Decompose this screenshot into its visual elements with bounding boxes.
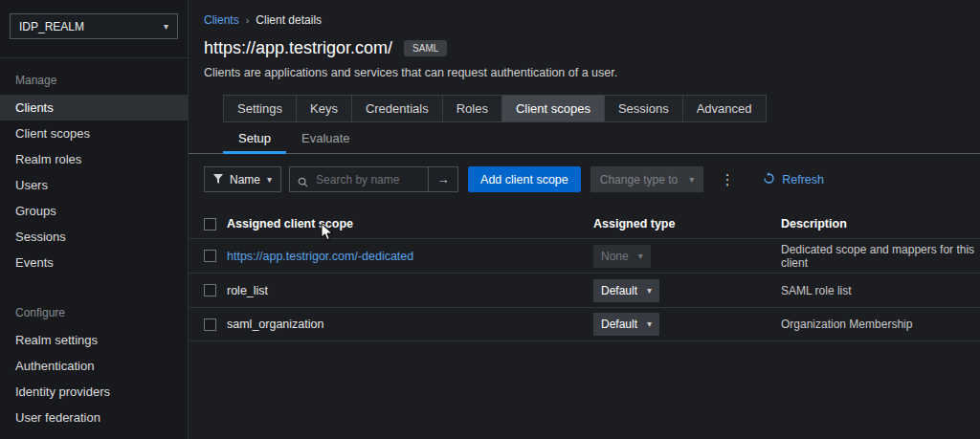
sidebar-item-realm-roles[interactable]: Realm roles (0, 146, 188, 172)
tab-roles[interactable]: Roles (443, 95, 502, 122)
sidebar-item-realm-settings[interactable]: Realm settings (0, 327, 188, 353)
table-row: https://app.testrigor.com/-dedicated Non… (189, 238, 980, 273)
refresh-label: Refresh (782, 173, 824, 187)
sidebar-item-identity-providers[interactable]: Identity providers (0, 379, 188, 405)
scope-name-saml-organization: saml_organization (227, 318, 593, 331)
protocol-badge: SAML (404, 40, 447, 56)
change-type-dropdown[interactable]: Change type to ▾ (590, 166, 703, 192)
scope-link-dedicated[interactable]: https://app.testrigor.com/-dedicated (227, 250, 413, 263)
sidebar: IDP_REALM ▾ Manage Clients Client scopes… (0, 0, 189, 439)
search-submit-button[interactable]: → (429, 166, 458, 192)
search-group: → (289, 166, 458, 192)
keycloak-admin-console: IDP_REALM ▾ Manage Clients Client scopes… (0, 0, 980, 439)
client-scopes-subtabs: Setup Evaluate (189, 122, 980, 154)
column-header-assigned-client-scope: Assigned client scope (227, 217, 593, 230)
scope-description: Organization Membership (781, 318, 980, 331)
chevron-down-icon: ▾ (164, 22, 168, 32)
assigned-type-value: Default (601, 284, 637, 297)
sidebar-item-clients[interactable]: Clients (0, 95, 188, 121)
chevron-down-icon: ▾ (647, 286, 652, 296)
client-scopes-table: Assigned client scope Assigned type Desc… (189, 209, 980, 341)
sidebar-item-client-scopes[interactable]: Client scopes (0, 121, 188, 146)
sidebar-item-sessions[interactable]: Sessions (0, 224, 188, 250)
select-all-checkbox[interactable] (204, 218, 216, 230)
filter-funnel-icon (213, 173, 223, 187)
page-title: https://app.testrigor.com/ (204, 38, 392, 58)
nav-section-configure: Configure (0, 275, 188, 327)
client-detail-tabs: Settings Keys Credentials Roles Client s… (223, 95, 767, 122)
arrow-right-icon: → (437, 172, 450, 187)
search-box (289, 166, 429, 192)
row-checkbox[interactable] (204, 284, 216, 296)
kebab-menu-icon[interactable]: ⋮ (719, 171, 736, 188)
scope-description: SAML role list (781, 284, 980, 297)
chevron-down-icon: ▾ (638, 252, 643, 261)
scope-name-role-list: role_list (227, 284, 593, 297)
assigned-type-value: None (601, 250, 629, 263)
table-header-row: Assigned client scope Assigned type Desc… (189, 209, 980, 238)
subtab-setup[interactable]: Setup (223, 122, 286, 153)
sidebar-item-groups[interactable]: Groups (0, 198, 188, 224)
main-content: Clients › Client details https://app.tes… (189, 0, 980, 439)
change-type-label: Change type to (600, 173, 678, 187)
assigned-type-select[interactable]: Default ▾ (593, 279, 659, 302)
assigned-type-select: None ▾ (593, 245, 651, 268)
column-header-assigned-type: Assigned type (593, 217, 781, 230)
search-icon (298, 174, 308, 191)
scope-description: Dedicated scope and mappers for this cli… (781, 243, 980, 270)
sidebar-item-authentication[interactable]: Authentication (0, 353, 188, 379)
sidebar-item-events[interactable]: Events (0, 250, 188, 275)
chevron-down-icon: ▾ (689, 175, 694, 185)
tab-keys[interactable]: Keys (297, 95, 352, 122)
breadcrumb-separator-icon: › (246, 14, 250, 26)
search-input[interactable] (290, 173, 428, 187)
column-header-description: Description (781, 217, 980, 230)
toolbar: Name ▾ → Add client scope Change type to… (189, 154, 980, 204)
nav-section-manage: Manage (0, 58, 188, 95)
tab-advanced[interactable]: Advanced (683, 95, 767, 122)
assigned-type-value: Default (601, 318, 637, 331)
chevron-down-icon: ▾ (647, 319, 652, 329)
breadcrumb: Clients › Client details (189, 0, 980, 27)
row-checkbox[interactable] (204, 250, 216, 262)
name-filter-dropdown[interactable]: Name ▾ (204, 166, 281, 192)
name-filter-label: Name (230, 173, 260, 187)
sidebar-item-users[interactable]: Users (0, 172, 188, 198)
table-row: saml_organization Default ▾ Organization… (189, 307, 980, 341)
realm-selector-label: IDP_REALM (19, 20, 84, 33)
realm-selector[interactable]: IDP_REALM ▾ (10, 13, 178, 39)
page-description: Clients are applications and services th… (189, 58, 980, 79)
tab-sessions[interactable]: Sessions (605, 95, 683, 122)
row-checkbox[interactable] (204, 318, 216, 331)
refresh-icon (763, 172, 775, 187)
subtab-evaluate[interactable]: Evaluate (286, 122, 366, 153)
chevron-down-icon: ▾ (267, 175, 272, 185)
add-client-scope-button[interactable]: Add client scope (468, 166, 581, 192)
tab-credentials[interactable]: Credentials (352, 95, 443, 122)
assigned-type-select[interactable]: Default ▾ (593, 313, 659, 336)
tab-settings[interactable]: Settings (223, 95, 297, 122)
sidebar-item-user-federation[interactable]: User federation (0, 405, 188, 430)
tab-client-scopes[interactable]: Client scopes (502, 95, 605, 122)
breadcrumb-clients-link[interactable]: Clients (204, 13, 239, 27)
refresh-button[interactable]: Refresh (763, 172, 824, 187)
breadcrumb-current: Client details (256, 13, 322, 27)
table-row: role_list Default ▾ SAML role list (189, 273, 980, 307)
